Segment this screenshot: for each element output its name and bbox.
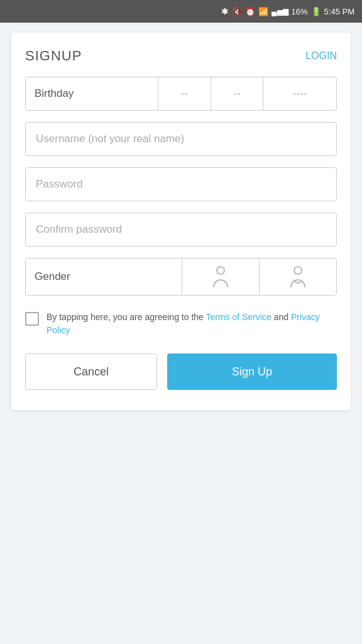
birthday-label: Birthday (26, 77, 158, 110)
battery-icon: 🔋 (311, 7, 321, 16)
cancel-button[interactable]: Cancel (25, 353, 157, 390)
terms-text-prefix: By tapping here, you are agreeing to the (47, 312, 206, 322)
gender-row: Gender (25, 258, 337, 296)
signal-icon: ▄▅▆ (272, 7, 288, 16)
birthday-year[interactable]: ---- (263, 77, 336, 110)
signup-card: SIGNUP LOGIN Birthday -- -- ---- Gender (11, 33, 351, 410)
bluetooth-icon: ✱ (221, 6, 229, 16)
gender-female-option[interactable] (260, 258, 336, 295)
terms-text-and: and (272, 312, 291, 322)
svg-point-0 (217, 267, 224, 274)
terms-text: By tapping here, you are agreeing to the… (47, 311, 337, 337)
card-header: SIGNUP LOGIN (25, 48, 337, 64)
svg-point-1 (294, 267, 302, 274)
login-link[interactable]: LOGIN (305, 50, 337, 62)
confirm-password-input[interactable] (25, 213, 337, 247)
terms-checkbox[interactable] (25, 312, 39, 326)
birthday-day[interactable]: -- (211, 77, 264, 110)
password-input[interactable] (25, 167, 337, 201)
battery-level: 16% (292, 7, 308, 16)
status-bar: ✱ 🔇 ⏰ 📶 ▄▅▆ 16% 🔋 5:45 PM (0, 0, 362, 23)
gender-label: Gender (26, 258, 182, 295)
male-icon (211, 265, 230, 288)
alarm-icon: ⏰ (245, 7, 255, 16)
wifi-icon: 📶 (258, 7, 268, 16)
female-icon (288, 265, 307, 288)
buttons-row: Cancel Sign Up (25, 353, 337, 390)
signup-button[interactable]: Sign Up (167, 353, 337, 390)
content-area: SIGNUP LOGIN Birthday -- -- ---- Gender (0, 23, 362, 644)
terms-of-service-link[interactable]: Terms of Service (206, 312, 271, 322)
username-input[interactable] (25, 122, 337, 156)
status-icons: ✱ 🔇 ⏰ 📶 ▄▅▆ 16% 🔋 5:45 PM (221, 6, 354, 16)
time-display: 5:45 PM (324, 7, 354, 16)
gender-male-option[interactable] (182, 258, 260, 295)
terms-row: By tapping here, you are agreeing to the… (25, 311, 337, 337)
mute-icon: 🔇 (232, 7, 242, 16)
birthday-row[interactable]: Birthday -- -- ---- (25, 77, 337, 111)
birthday-month[interactable]: -- (158, 77, 211, 110)
card-title: SIGNUP (25, 48, 82, 64)
